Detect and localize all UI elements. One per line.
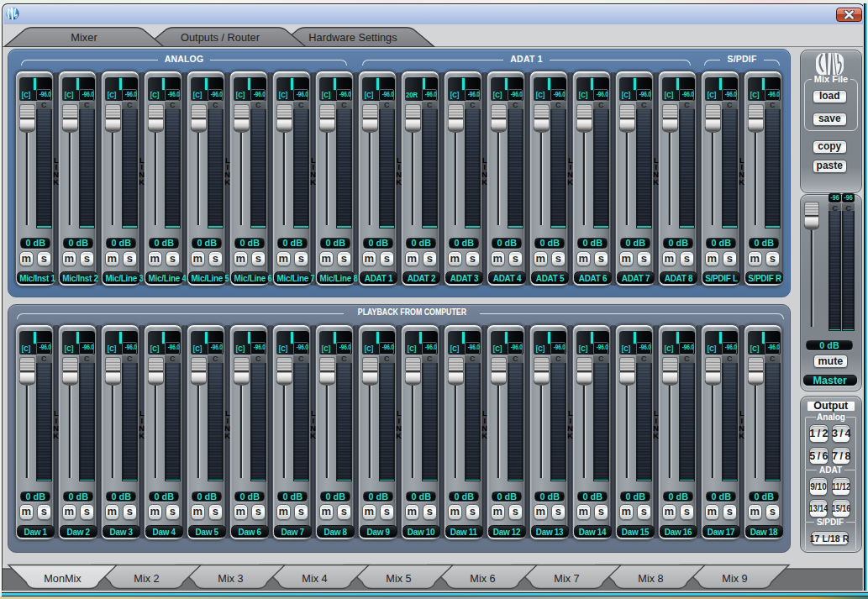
svg-text:Mix 8: Mix 8 (638, 573, 663, 585)
svg-text:Outputs / Router: Outputs / Router (181, 31, 260, 44)
svg-text:Mixer: Mixer (71, 31, 97, 44)
svg-text:Mix 9: Mix 9 (722, 573, 747, 585)
svg-text:Mix 4: Mix 4 (302, 573, 327, 585)
svg-text:MonMix: MonMix (44, 573, 82, 585)
svg-text:Mix 7: Mix 7 (554, 573, 579, 585)
svg-text:Mix 3: Mix 3 (218, 573, 243, 585)
svg-text:Mix 5: Mix 5 (386, 573, 411, 585)
svg-text:Mix 2: Mix 2 (134, 573, 159, 585)
svg-text:Mix 6: Mix 6 (470, 573, 495, 585)
svg-text:Hardware Settings: Hardware Settings (308, 31, 397, 44)
